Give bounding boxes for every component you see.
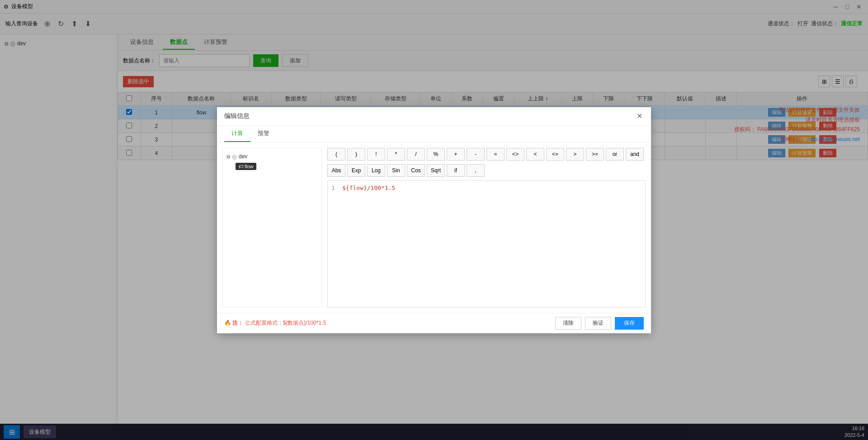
tree-children: 🏷 flow xyxy=(226,161,318,171)
flow-tag[interactable]: 🏷 flow xyxy=(236,163,256,170)
modal-body: ⊟ ◎ dev 🏷 flow ( ) xyxy=(217,142,651,313)
modal-tabs: 计算 预警 xyxy=(217,126,651,142)
edit-modal: 编辑信息 ✕ 计算 预警 ⊟ ◎ dev 🏷 flow xyxy=(217,107,651,333)
modal-title: 编辑信息 xyxy=(224,112,250,120)
op-log[interactable]: Log xyxy=(367,164,385,177)
validate-button[interactable]: 验证 xyxy=(585,317,611,330)
tree-expand-icon: ⊟ xyxy=(226,154,230,159)
note-icon: 🔥 xyxy=(224,320,231,326)
op-notequal[interactable]: <> xyxy=(506,148,524,161)
op-divide[interactable]: / xyxy=(407,148,425,161)
modal-tab-alert[interactable]: 预警 xyxy=(250,126,277,142)
op-and[interactable]: and xyxy=(626,148,644,161)
op-modulo[interactable]: % xyxy=(427,148,445,161)
op-sqrt[interactable]: Sqrt xyxy=(427,164,445,177)
op-add[interactable]: + xyxy=(447,148,465,161)
modal-tab-calc[interactable]: 计算 xyxy=(224,126,250,142)
tree-node-flow[interactable]: 🏷 flow xyxy=(236,161,318,171)
formula-line-1: 1 ${flow}/100*1.5 xyxy=(331,185,642,191)
modal-close-button[interactable]: ✕ xyxy=(635,112,644,121)
formula-editor[interactable]: 1 ${flow}/100*1.5 xyxy=(327,180,646,308)
formula-text: ${flow}/100*1.5 xyxy=(342,185,395,191)
modal-overlay: 编辑信息 ✕ 计算 预警 ⊟ ◎ dev 🏷 flow xyxy=(0,0,868,440)
op-or[interactable]: or xyxy=(606,148,624,161)
modal-tree: ⊟ ◎ dev 🏷 flow xyxy=(222,148,322,308)
op-cos[interactable]: Cos xyxy=(407,164,425,177)
op-sin[interactable]: Sin xyxy=(387,164,405,177)
modal-header: 编辑信息 ✕ xyxy=(217,107,651,126)
modal-footer: 🔥 注： 公式配置格式：${数据点}/100*1.5 清除 验证 保存 xyxy=(217,313,651,333)
note-text: 公式配置格式：${数据点}/100*1.5 xyxy=(245,320,326,326)
op-equal[interactable]: = xyxy=(486,148,505,161)
op-open-paren[interactable]: ( xyxy=(327,148,345,161)
operator-row-2: Abs Exp Log Sin Cos Sqrt if , xyxy=(327,164,646,177)
op-close-paren[interactable]: ) xyxy=(347,148,365,161)
op-exp[interactable]: Exp xyxy=(347,164,365,177)
operator-row-1: ( ) ! * / % + - = <> < <= > >= or and xyxy=(327,148,646,161)
op-not[interactable]: ! xyxy=(367,148,385,161)
op-subtract[interactable]: - xyxy=(467,148,485,161)
note-label: 注： xyxy=(232,320,243,326)
formula-area: ( ) ! * / % + - = <> < <= > >= or and xyxy=(327,148,646,308)
footer-note: 🔥 注： 公式配置格式：${数据点}/100*1.5 xyxy=(224,319,552,327)
op-gt[interactable]: > xyxy=(566,148,584,161)
tag-icon: 🏷 xyxy=(238,164,243,169)
op-comma[interactable]: , xyxy=(467,164,485,177)
op-gte[interactable]: >= xyxy=(586,148,604,161)
line-number: 1 xyxy=(331,185,339,191)
op-abs[interactable]: Abs xyxy=(327,164,345,177)
op-if[interactable]: if xyxy=(447,164,465,177)
tree-dev-label: dev xyxy=(239,153,247,160)
op-lt[interactable]: < xyxy=(526,148,544,161)
op-lte[interactable]: <= xyxy=(546,148,564,161)
clear-button[interactable]: 清除 xyxy=(555,317,581,330)
tag-label: flow xyxy=(245,164,254,169)
op-multiply[interactable]: * xyxy=(387,148,405,161)
tree-device-icon: ◎ xyxy=(232,153,237,160)
formula-content: ${flow}/100*1.5 xyxy=(342,185,395,191)
tree-node-dev[interactable]: ⊟ ◎ dev xyxy=(226,152,318,161)
save-button[interactable]: 保存 xyxy=(615,317,644,330)
